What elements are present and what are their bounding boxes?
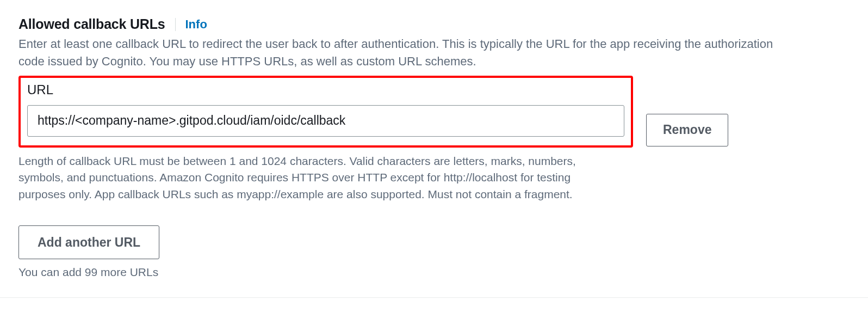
info-link[interactable]: Info xyxy=(185,17,207,32)
section-header: Allowed callback URLs Info xyxy=(18,16,850,32)
section-bottom-border xyxy=(0,297,868,298)
section-title: Allowed callback URLs xyxy=(18,16,165,32)
url-help-text: Length of callback URL must be between 1… xyxy=(18,153,584,203)
url-field-label: URL xyxy=(27,82,624,97)
section-description: Enter at least one callback URL to redir… xyxy=(18,35,802,70)
remove-button[interactable]: Remove xyxy=(646,114,728,146)
callback-urls-section: Allowed callback URLs Info Enter at leas… xyxy=(18,16,850,279)
url-limit-text: You can add 99 more URLs xyxy=(18,266,850,279)
add-another-url-button[interactable]: Add another URL xyxy=(18,225,159,259)
vertical-divider xyxy=(175,18,176,31)
url-row: URL Remove xyxy=(18,76,850,148)
callback-url-input[interactable] xyxy=(27,105,624,137)
url-highlight-box: URL xyxy=(18,76,633,148)
